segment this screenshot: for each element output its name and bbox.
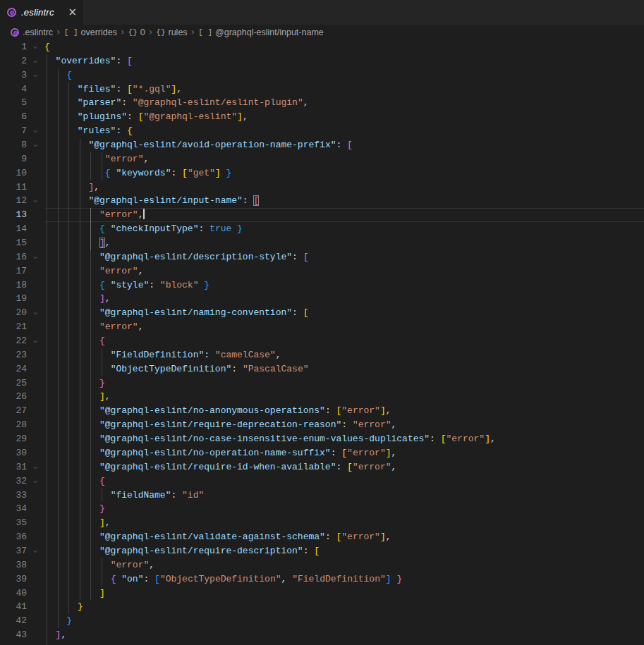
- code-line[interactable]: 5 "parser": "@graphql-eslint/eslint-plug…: [0, 96, 644, 110]
- code-line-text: "overrides": [: [44, 54, 133, 68]
- code-line[interactable]: 9 "error",: [0, 152, 644, 166]
- code-line[interactable]: 38 "error",: [0, 558, 644, 572]
- code-line-text: "@graphql-eslint/input-name": [: [44, 194, 259, 208]
- code-line-text: { "style": "block" }: [44, 278, 209, 293]
- code-line[interactable]: 4 "files": ["*.gql"],: [0, 82, 644, 97]
- code-line-text: {: [44, 474, 105, 489]
- code-line[interactable]: 20⌄ "@graphql-eslint/naming-convention":…: [0, 306, 644, 320]
- code-line[interactable]: 17 "error",: [0, 264, 644, 278]
- line-number: 13: [0, 208, 27, 222]
- line-number: 1: [0, 40, 27, 54]
- breadcrumb-item-rules[interactable]: {}rules: [156, 27, 187, 37]
- code-line[interactable]: 18 { "style": "block" }: [0, 278, 644, 293]
- code-line[interactable]: 2⌄ "overrides": [: [0, 54, 644, 68]
- code-line[interactable]: 43 ],: [0, 628, 644, 642]
- code-line[interactable]: 41 }: [0, 600, 644, 614]
- symbol-object-icon: {}: [128, 28, 138, 37]
- fold-chevron-down-icon[interactable]: ⌄: [30, 68, 41, 82]
- fold-chevron-down-icon[interactable]: ⌄: [30, 137, 41, 152]
- code-line[interactable]: 8⌄ "@graphql-eslint/avoid-operation-name…: [0, 138, 644, 152]
- code-line[interactable]: 24 "ObjectTypeDefinition": "PascalCase": [0, 362, 644, 376]
- breadcrumb-item-0[interactable]: {}0: [128, 27, 145, 37]
- line-number: 14: [0, 222, 27, 236]
- code-line[interactable]: 44 "parser": "@typescript-eslint/parser": [0, 642, 644, 645]
- code-line-text: "@graphql-eslint/require-description": [: [44, 544, 320, 558]
- code-line-text: { "checkInputType": true }: [44, 222, 243, 236]
- breadcrumb-item--graphql-eslint-input-name[interactable]: [ ]@graphql-eslint/input-name: [198, 27, 324, 37]
- code-line[interactable]: 31⌄ "@graphql-eslint/require-id-when-ava…: [0, 460, 644, 474]
- fold-chevron-down-icon[interactable]: ⌄: [30, 460, 41, 474]
- breadcrumb-label: .eslintrc: [23, 27, 53, 37]
- code-line-text: "@graphql-eslint/require-deprecation-rea…: [44, 418, 396, 432]
- code-line[interactable]: 29 "@graphql-eslint/no-case-insensitive-…: [0, 432, 644, 446]
- code-line-text: { "on": ["ObjectTypeDefinition", "FieldD…: [44, 572, 402, 586]
- line-number: 6: [0, 110, 27, 124]
- code-line[interactable]: 40 ]: [0, 586, 644, 601]
- breadcrumb-label: overrides: [81, 27, 117, 37]
- code-line[interactable]: 13 "error",: [0, 208, 644, 222]
- close-icon[interactable]: ×: [68, 7, 77, 18]
- fold-chevron-down-icon[interactable]: ⌄: [30, 305, 41, 319]
- code-line[interactable]: 12⌄ "@graphql-eslint/input-name": [: [0, 194, 644, 208]
- code-line-text: }: [44, 614, 72, 628]
- line-number: 16: [0, 250, 27, 264]
- code-line[interactable]: 14 { "checkInputType": true }: [0, 222, 644, 236]
- code-line[interactable]: 6 "plugins": ["@graphql-eslint"],: [0, 110, 644, 124]
- fold-chevron-down-icon[interactable]: ⌄: [30, 123, 41, 137]
- code-line[interactable]: 37⌄ "@graphql-eslint/require-description…: [0, 544, 644, 558]
- code-line[interactable]: 19 ],: [0, 292, 644, 306]
- code-line[interactable]: 42 }: [0, 614, 644, 628]
- line-number: 34: [0, 502, 27, 516]
- fold-chevron-down-icon[interactable]: ⌄: [30, 54, 41, 68]
- code-line-text: ],: [44, 628, 66, 642]
- code-line[interactable]: 11 ],: [0, 180, 644, 195]
- code-line[interactable]: 28 "@graphql-eslint/require-deprecation-…: [0, 418, 644, 432]
- line-number: 12: [0, 194, 27, 208]
- code-line[interactable]: 36 "@graphql-eslint/validate-against-sch…: [0, 530, 644, 544]
- fold-chevron-down-icon[interactable]: ⌄: [30, 543, 41, 558]
- line-number: 35: [0, 516, 27, 530]
- line-number: 15: [0, 236, 27, 250]
- code-line[interactable]: 1⌄{: [0, 40, 644, 54]
- fold-chevron-down-icon[interactable]: ⌄: [30, 474, 41, 488]
- code-line[interactable]: 34 }: [0, 502, 644, 516]
- code-editor[interactable]: 1⌄{2⌄ "overrides": [3⌄ {4 "files": ["*.g…: [0, 40, 644, 645]
- line-number: 18: [0, 278, 27, 293]
- code-line-text: "plugins": ["@graphql-eslint"],: [44, 110, 248, 124]
- code-line[interactable]: 23 "FieldDefinition": "camelCase",: [0, 348, 644, 362]
- code-line[interactable]: 21 "error",: [0, 320, 644, 334]
- breadcrumb-item--eslintrc[interactable]: .eslintrc: [11, 27, 53, 37]
- code-line-text: {: [44, 334, 105, 348]
- fold-chevron-down-icon[interactable]: ⌄: [30, 193, 41, 207]
- code-line[interactable]: 26 ],: [0, 390, 644, 404]
- code-line[interactable]: 25 }: [0, 376, 644, 391]
- line-number: 25: [0, 376, 27, 391]
- code-line-text: "@graphql-eslint/validate-against-schema…: [44, 530, 391, 544]
- code-line[interactable]: 15 ],: [0, 236, 644, 250]
- fold-chevron-down-icon[interactable]: ⌄: [30, 250, 41, 264]
- code-line[interactable]: 3⌄ {: [0, 68, 644, 82]
- code-line-text: }: [44, 600, 83, 614]
- code-line[interactable]: 30 "@graphql-eslint/no-operation-name-su…: [0, 446, 644, 460]
- code-line[interactable]: 33 "fieldName": "id": [0, 489, 644, 503]
- code-line[interactable]: 32⌄ {: [0, 474, 644, 489]
- line-number: 2: [0, 54, 27, 68]
- line-number: 21: [0, 320, 27, 334]
- code-line[interactable]: 27 "@graphql-eslint/no-anonymous-operati…: [0, 404, 644, 418]
- line-number: 9: [0, 152, 27, 166]
- tab-title: .eslintrc: [21, 7, 54, 18]
- fold-chevron-down-icon[interactable]: ⌄: [30, 333, 41, 348]
- line-number: 20: [0, 306, 27, 320]
- code-line-text: "error",: [44, 320, 143, 334]
- code-line[interactable]: 16⌄ "@graphql-eslint/description-style":…: [0, 250, 644, 264]
- code-line[interactable]: 22⌄ {: [0, 334, 644, 348]
- tab-eslintrc[interactable]: .eslintrc ×: [0, 0, 83, 25]
- fold-chevron-down-icon[interactable]: ⌄: [30, 39, 41, 54]
- code-line[interactable]: 35 ],: [0, 516, 644, 530]
- breadcrumb-item-overrides[interactable]: [ ]overrides: [64, 27, 117, 37]
- code-line[interactable]: 39 { "on": ["ObjectTypeDefinition", "Fie…: [0, 572, 644, 586]
- code-line[interactable]: 10 { "keywords": ["get"] }: [0, 166, 644, 180]
- code-line[interactable]: 7⌄ "rules": {: [0, 124, 644, 138]
- code-line-text: "FieldDefinition": "camelCase",: [44, 348, 281, 362]
- line-number: 23: [0, 348, 27, 362]
